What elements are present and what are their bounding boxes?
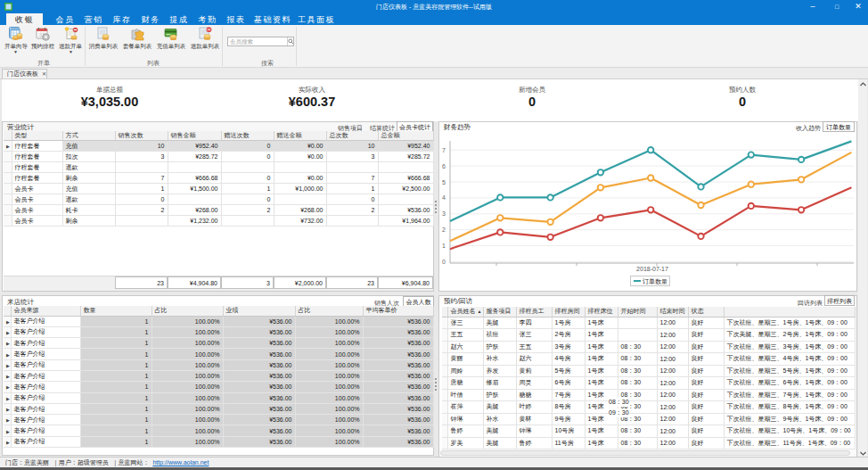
svg-text:4: 4 — [442, 194, 446, 201]
svg-text:2018-07-17: 2018-07-17 — [636, 266, 668, 272]
svg-text:1: 1 — [442, 243, 446, 249]
svg-text:3: 3 — [442, 210, 446, 217]
svg-text:2: 2 — [442, 227, 446, 233]
svg-text:5: 5 — [442, 179, 446, 186]
svg-text:6: 6 — [442, 163, 446, 169]
svg-text:7: 7 — [442, 147, 446, 153]
svg-text:0: 0 — [442, 259, 446, 265]
